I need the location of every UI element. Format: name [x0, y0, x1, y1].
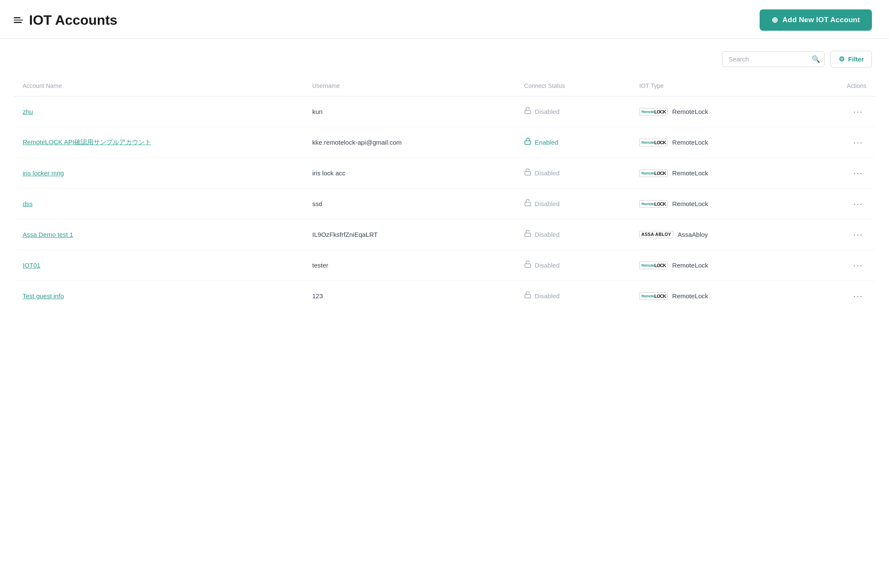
- actions-menu-button[interactable]: ···: [850, 289, 866, 303]
- lock-status-icon: [524, 230, 532, 239]
- td-account-name: IOT01: [14, 250, 304, 281]
- iot-type-text: RemoteLock: [672, 200, 708, 207]
- iot-type-text: RemoteLock: [672, 262, 708, 269]
- svg-rect-3: [525, 202, 531, 206]
- td-connect-status: Disabled: [515, 281, 631, 311]
- account-name-link[interactable]: Assa Demo test 1: [23, 231, 73, 238]
- account-name-link[interactable]: dss: [23, 200, 32, 207]
- actions-menu-button[interactable]: ···: [850, 105, 866, 118]
- iot-type-text: AssaAbloy: [678, 231, 708, 238]
- td-actions: ···: [802, 281, 875, 311]
- td-account-name: Test guest info: [14, 281, 304, 311]
- lock-status-icon: [524, 168, 532, 178]
- td-actions: ···: [802, 189, 875, 219]
- td-iot-type: RemoteLOCKRemoteLock: [631, 250, 801, 281]
- td-account-name: zhu: [14, 96, 304, 127]
- actions-menu-button[interactable]: ···: [850, 136, 866, 149]
- svg-rect-1: [525, 141, 531, 144]
- remotelock-logo: RemoteLOCK: [639, 169, 668, 177]
- td-actions: ···: [802, 158, 875, 189]
- td-actions: ···: [802, 127, 875, 158]
- iot-type-text: RemoteLock: [672, 292, 708, 300]
- td-iot-type: RemoteLOCKRemoteLock: [631, 281, 801, 311]
- toolbar: 🔍 ⚙ Filter: [0, 39, 889, 75]
- account-name-link[interactable]: RemoteLOCK API確認用サンプルアカウント: [23, 138, 151, 146]
- lock-status-icon: [524, 199, 532, 209]
- td-iot-type: RemoteLOCKRemoteLock: [631, 127, 801, 158]
- td-username: iris lock acc: [304, 158, 515, 189]
- actions-menu-button[interactable]: ···: [850, 197, 866, 210]
- th-username: Username: [304, 76, 515, 96]
- header-left: IOT Accounts: [14, 12, 117, 28]
- td-account-name: Assa Demo test 1: [14, 219, 304, 250]
- td-username: tester: [304, 250, 515, 281]
- status-text: Disabled: [535, 200, 559, 207]
- td-connect-status: Disabled: [515, 96, 631, 127]
- td-iot-type: RemoteLOCKRemoteLock: [631, 158, 801, 189]
- assaabloy-logo: ASSA ABLOY: [639, 231, 673, 238]
- table-row: RemoteLOCK API確認用サンプルアカウントkke.remotelock…: [14, 127, 875, 158]
- actions-menu-button[interactable]: ···: [850, 259, 866, 272]
- remotelock-logo: RemoteLOCK: [639, 200, 668, 208]
- th-account-name: Account Name: [14, 76, 304, 96]
- remotelock-logo: RemoteLOCK: [639, 108, 668, 116]
- add-new-iot-account-button[interactable]: ⊕ Add New IOT Account: [760, 9, 872, 31]
- page-header: IOT Accounts ⊕ Add New IOT Account: [0, 0, 889, 39]
- account-name-link[interactable]: IOT01: [23, 262, 41, 269]
- lock-status-icon: [524, 291, 532, 301]
- status-text: Enabled: [535, 139, 558, 146]
- filter-button[interactable]: ⚙ Filter: [831, 51, 872, 67]
- th-connect-status: Connect Status: [515, 76, 631, 96]
- account-name-link[interactable]: iris locker mng: [23, 169, 64, 177]
- status-text: Disabled: [535, 262, 559, 269]
- td-actions: ···: [802, 96, 875, 127]
- svg-rect-2: [525, 172, 531, 175]
- svg-rect-6: [525, 294, 531, 298]
- th-actions: Actions: [802, 76, 875, 96]
- search-input[interactable]: [722, 51, 825, 67]
- remotelock-logo: RemoteLOCK: [639, 139, 668, 146]
- td-iot-type: ASSA ABLOYAssaAbloy: [631, 219, 801, 250]
- status-text: Disabled: [535, 108, 559, 115]
- td-connect-status: Disabled: [515, 189, 631, 219]
- td-actions: ···: [802, 250, 875, 281]
- status-text: Disabled: [535, 231, 559, 238]
- account-name-link[interactable]: zhu: [23, 108, 33, 115]
- table-header-row: Account Name Username Connect Status IOT…: [14, 76, 875, 96]
- lock-status-icon: [524, 107, 532, 116]
- add-button-label: Add New IOT Account: [782, 16, 860, 24]
- actions-menu-button[interactable]: ···: [850, 166, 866, 180]
- td-username: kun: [304, 96, 515, 127]
- table-row: Test guest info123DisabledRemoteLOCKRemo…: [14, 281, 875, 311]
- iot-type-text: RemoteLock: [672, 108, 708, 115]
- filter-icon: ⚙: [839, 55, 845, 63]
- lock-status-icon: [524, 260, 532, 270]
- remotelock-logo: RemoteLOCK: [639, 292, 668, 300]
- status-text: Disabled: [535, 292, 559, 300]
- menu-icon[interactable]: [14, 17, 23, 23]
- td-connect-status: Disabled: [515, 250, 631, 281]
- filter-label: Filter: [848, 55, 864, 63]
- svg-rect-0: [525, 110, 531, 114]
- td-iot-type: RemoteLOCKRemoteLock: [631, 96, 801, 127]
- td-username: ssd: [304, 189, 515, 219]
- status-text: Disabled: [535, 169, 559, 177]
- table-row: zhukunDisabledRemoteLOCKRemoteLock···: [14, 96, 875, 127]
- table-row: iris locker mngiris lock accDisabledRemo…: [14, 158, 875, 189]
- svg-rect-5: [525, 264, 531, 267]
- iot-accounts-table: Account Name Username Connect Status IOT…: [14, 75, 875, 311]
- add-icon: ⊕: [772, 15, 778, 25]
- actions-menu-button[interactable]: ···: [850, 228, 866, 241]
- table-row: IOT01testerDisabledRemoteLOCKRemoteLock·…: [14, 250, 875, 281]
- td-connect-status: Disabled: [515, 158, 631, 189]
- td-account-name: RemoteLOCK API確認用サンプルアカウント: [14, 127, 304, 158]
- table-row: Assa Demo test 1IL9OzFksfrfZniEqaLRTDisa…: [14, 219, 875, 250]
- th-iot-type: IOT Type: [631, 76, 801, 96]
- account-name-link[interactable]: Test guest info: [23, 292, 64, 300]
- td-actions: ···: [802, 219, 875, 250]
- table-container: Account Name Username Connect Status IOT…: [0, 75, 889, 329]
- remotelock-logo: RemoteLOCK: [639, 262, 668, 269]
- td-account-name: iris locker mng: [14, 158, 304, 189]
- table-row: dssssdDisabledRemoteLOCKRemoteLock···: [14, 189, 875, 219]
- td-username: 123: [304, 281, 515, 311]
